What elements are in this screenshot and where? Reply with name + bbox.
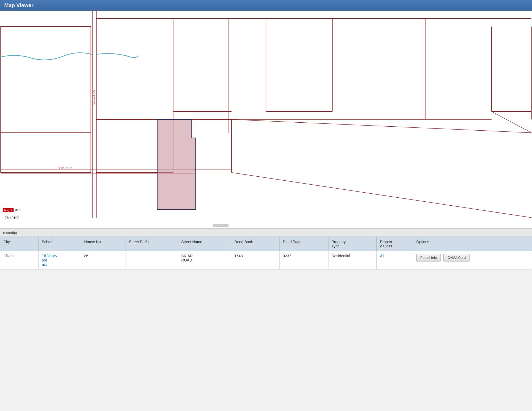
svg-marker-27 bbox=[157, 119, 196, 210]
cell-street-prefix bbox=[126, 251, 178, 269]
table-header-row: City School House No Street Prefix Stree… bbox=[0, 237, 532, 251]
cama-card-button[interactable]: CAMA Card bbox=[443, 254, 470, 261]
cell-street-name: BRIARROAD bbox=[178, 251, 231, 269]
cell-options[interactable]: Parcel Info CAMA Card bbox=[413, 251, 532, 269]
cell-property-class: AT bbox=[377, 251, 413, 269]
svg-text:BRIAR RD: BRIAR RD bbox=[58, 166, 72, 169]
cell-property-type: Residential bbox=[328, 251, 377, 269]
col-street-prefix: Street Prefix bbox=[126, 237, 178, 251]
table-row: Elizab... Tri-Valleyoolrict 86 BRIARROAD… bbox=[0, 251, 532, 269]
property-class-link[interactable]: AT bbox=[380, 254, 384, 258]
record-count-label: record(s) bbox=[3, 231, 17, 235]
cell-deed-page: 0237 bbox=[280, 251, 328, 269]
cell-deed-book: 1548 bbox=[231, 251, 280, 269]
school-link[interactable]: Tri-Valleyoolrict bbox=[42, 254, 57, 267]
info-bar: record(s) bbox=[0, 229, 532, 237]
results-table-container: City School House No Street Prefix Stree… bbox=[0, 237, 532, 269]
col-deed-book: Deed Book bbox=[231, 237, 280, 251]
cell-school: Tri-Valleyoolrict bbox=[39, 251, 81, 269]
col-street-name: Street Name bbox=[178, 237, 231, 251]
app-header: Map Viewer bbox=[0, 0, 532, 11]
coordinates-display: -76.49103 bbox=[3, 215, 20, 220]
cell-city: Elizab... bbox=[0, 251, 39, 269]
col-property-class: Property Class bbox=[377, 237, 413, 251]
cell-house-no: 86 bbox=[81, 251, 126, 269]
map-svg: BRIAR RD VALLEY RD bbox=[0, 11, 532, 228]
parcel-info-button[interactable]: Parcel Info bbox=[416, 254, 441, 261]
col-options: Options bbox=[413, 237, 532, 251]
map-viewer[interactable]: BRIAR RD VALLEY RD -76.49103 bright MLS bbox=[0, 11, 532, 229]
col-city: City bbox=[0, 237, 39, 251]
svg-text:VALLEY RD: VALLEY RD bbox=[93, 90, 95, 105]
bright-logo: bright bbox=[3, 208, 14, 212]
mls-text: MLS bbox=[15, 209, 20, 212]
col-school: School bbox=[39, 237, 81, 251]
col-house-no: House No bbox=[81, 237, 126, 251]
col-deed-page: Deed Page bbox=[280, 237, 328, 251]
header-title: Map Viewer bbox=[4, 2, 34, 9]
branding-area: bright MLS bbox=[3, 208, 20, 212]
results-table: City School House No Street Prefix Stree… bbox=[0, 237, 532, 269]
col-property-type: PropertyType bbox=[328, 237, 377, 251]
map-scrollbar[interactable] bbox=[213, 224, 229, 227]
